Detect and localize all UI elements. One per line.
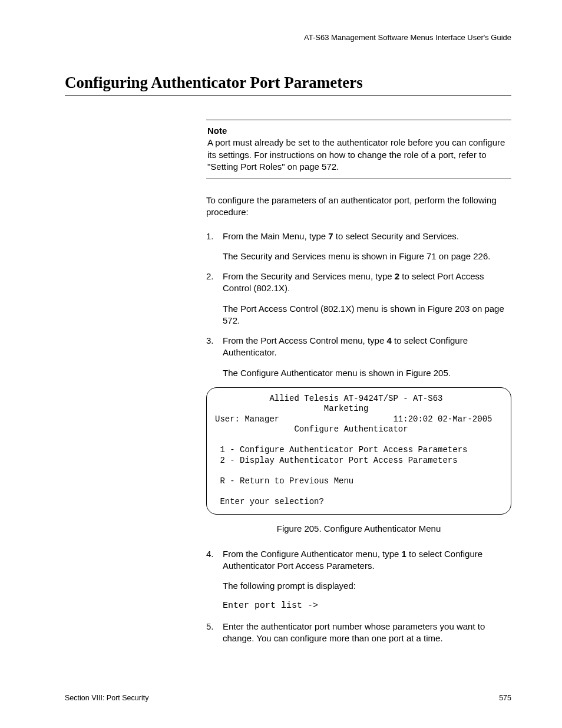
- step-number: 3.: [206, 335, 223, 379]
- step-body: Enter the authenticator port number whos…: [223, 621, 511, 645]
- note-label: Note: [207, 125, 510, 137]
- step-number: 5.: [206, 621, 223, 645]
- step-key: 7: [328, 231, 333, 241]
- footer-page-number: 575: [499, 694, 511, 702]
- step-1: 1. From the Main Menu, type 7 to select …: [206, 230, 511, 263]
- page-footer: Section VIII: Port Security 575: [65, 694, 511, 702]
- step-sub: The following prompt is displayed:: [223, 580, 511, 592]
- section-title: Configuring Authenticator Port Parameter…: [65, 74, 511, 92]
- note-box: Note A port must already be set to the a…: [206, 120, 511, 179]
- step-text-a: From the Main Menu, type: [223, 231, 328, 241]
- step-key: 1: [402, 549, 406, 559]
- title-rule: [65, 95, 511, 96]
- step-body: From the Security and Services menu, typ…: [223, 271, 511, 327]
- step-number: 4.: [206, 548, 223, 612]
- note-text: A port must already be set to the authen…: [207, 137, 510, 173]
- step-number: 2.: [206, 271, 223, 327]
- step-text-c: to select Security and Services.: [333, 231, 459, 241]
- step-sub: The Security and Services menu is shown …: [223, 251, 511, 262]
- step-body: From the Configure Authenticator menu, t…: [223, 548, 511, 612]
- footer-section: Section VIII: Port Security: [65, 694, 148, 702]
- step-sub: The Port Access Control (802.1X) menu is…: [223, 303, 511, 327]
- figure-caption: Figure 205. Configure Authenticator Menu: [206, 523, 511, 535]
- step-text: Enter the authenticator port number whos…: [223, 621, 485, 643]
- page: AT-S63 Management Software Menus Interfa…: [0, 0, 562, 728]
- step-body: From the Main Menu, type 7 to select Sec…: [223, 230, 511, 263]
- step-3: 3. From the Port Access Control menu, ty…: [206, 335, 511, 379]
- step-text-a: From the Security and Services menu, typ…: [223, 271, 395, 281]
- step-text-a: From the Configure Authenticator menu, t…: [223, 549, 402, 559]
- terminal-screenshot: Allied Telesis AT-9424T/SP - AT-S63 Mark…: [206, 387, 511, 515]
- step-4: 4. From the Configure Authenticator menu…: [206, 548, 511, 612]
- step-2: 2. From the Security and Services menu, …: [206, 271, 511, 327]
- step-number: 1.: [206, 230, 223, 263]
- intro-paragraph: To configure the parameters of an authen…: [206, 195, 511, 219]
- step-body: From the Port Access Control menu, type …: [223, 335, 511, 379]
- prompt-text: Enter port list ->: [223, 600, 511, 612]
- step-text-a: From the Port Access Control menu, type: [223, 335, 386, 345]
- step-5: 5. Enter the authenticator port number w…: [206, 621, 511, 645]
- step-key: 2: [395, 271, 399, 281]
- step-key: 4: [386, 335, 391, 345]
- step-sub: The Configure Authenticator menu is show…: [223, 367, 511, 379]
- content-column: Note A port must already be set to the a…: [206, 120, 511, 644]
- running-head: AT-S63 Management Software Menus Interfa…: [65, 33, 511, 42]
